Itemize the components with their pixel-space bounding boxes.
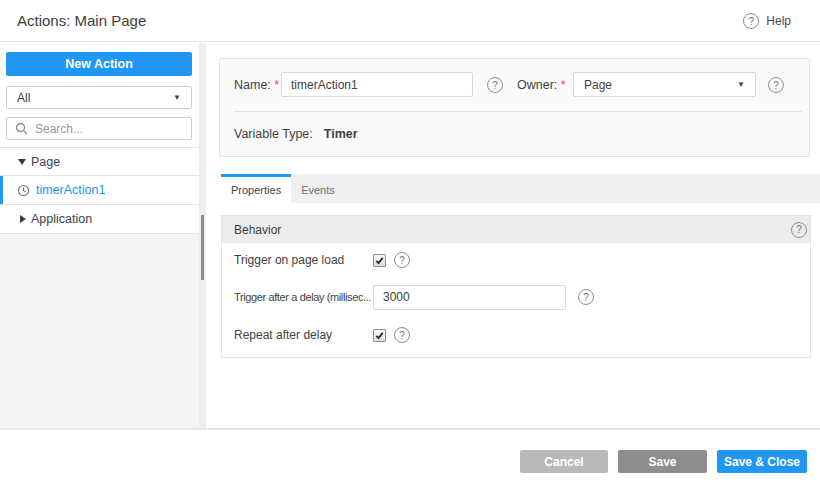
tab-properties[interactable]: Properties	[221, 174, 291, 203]
behavior-row-repeat: Repeat after delay ?	[234, 322, 800, 348]
tree-item-label: Application	[31, 212, 92, 226]
tree-item-label: timerAction1	[36, 183, 105, 197]
filter-value: All	[17, 91, 30, 105]
tree-item-label: Page	[31, 155, 60, 169]
name-label: Name: *	[234, 72, 279, 98]
chevron-down-icon: ▼	[173, 93, 181, 102]
save-button[interactable]: Save	[618, 450, 707, 473]
behavior-title: Behavior	[234, 223, 281, 237]
behavior-header: Behavior ?	[222, 216, 810, 243]
collapse-icon	[18, 159, 26, 165]
name-help-icon[interactable]: ?	[487, 77, 503, 93]
delay-input[interactable]	[373, 285, 566, 310]
selected-indicator	[0, 176, 3, 204]
footer: Cancel Save Save & Close	[0, 430, 820, 489]
expand-icon	[20, 215, 26, 223]
behavior-row-trigger-on-load: Trigger on page load ?	[234, 247, 800, 273]
variable-type-label: Variable Type:	[234, 127, 313, 141]
form-row-name-owner: Name: * ? Owner: * Page ▼ ?	[220, 72, 809, 98]
required-asterisk: *	[561, 78, 566, 92]
cancel-button[interactable]: Cancel	[520, 450, 608, 473]
action-form: Name: * ? Owner: * Page ▼ ? Variable Typ…	[219, 58, 810, 157]
actions-tree: Page timerAction1 Application	[0, 147, 199, 234]
main-panel: Name: * ? Owner: * Page ▼ ? Variable Typ…	[206, 43, 820, 428]
tab-events[interactable]: Events	[291, 174, 345, 203]
new-action-button[interactable]: New Action	[6, 52, 192, 76]
behavior-row-delay: Trigger after a delay (millisec... ?	[234, 284, 800, 310]
sidebar-scrollbar[interactable]	[199, 43, 206, 428]
delay-help-icon[interactable]: ?	[578, 289, 594, 305]
owner-value: Page	[584, 78, 612, 92]
sidebar-background	[0, 234, 199, 428]
help-label: Help	[766, 14, 791, 28]
help-button[interactable]: ? Help	[743, 0, 791, 42]
tree-item-timeraction1[interactable]: timerAction1	[0, 176, 199, 205]
help-icon: ?	[743, 13, 759, 29]
form-divider	[234, 111, 802, 112]
save-close-button[interactable]: Save & Close	[717, 450, 807, 473]
required-asterisk: *	[274, 78, 279, 92]
page-title: Actions: Main Page	[17, 0, 146, 42]
repeat-after-delay-checkbox[interactable]	[373, 329, 386, 342]
owner-select[interactable]: Page ▼	[573, 72, 756, 97]
owner-help-icon[interactable]: ?	[768, 77, 784, 93]
sidebar: New Action All ▼ Page timerAction1	[0, 43, 199, 428]
owner-label: Owner: *	[517, 72, 566, 98]
timer-icon	[17, 184, 30, 197]
behavior-section: Behavior ? Trigger on page load ? Trigge…	[221, 215, 811, 358]
chevron-down-icon: ▼	[737, 80, 745, 89]
search-icon	[15, 121, 28, 139]
variable-type-value: Timer	[324, 127, 358, 141]
search-input[interactable]	[6, 117, 192, 140]
scrollbar-thumb[interactable]	[201, 215, 204, 280]
search-box	[6, 117, 192, 140]
variable-type-row: Variable Type:Timer	[234, 127, 358, 141]
trigger-on-load-checkbox[interactable]	[373, 254, 386, 267]
repeat-help-icon[interactable]: ?	[394, 327, 410, 343]
filter-select[interactable]: All ▼	[6, 86, 192, 109]
tree-item-application[interactable]: Application	[0, 205, 199, 234]
tree-item-page[interactable]: Page	[0, 147, 199, 176]
actions-dialog: Actions: Main Page ? Help New Action All…	[0, 0, 820, 489]
dialog-header: Actions: Main Page ? Help	[0, 0, 820, 42]
tab-bar: Properties Events	[221, 174, 820, 203]
name-input[interactable]	[281, 72, 473, 97]
behavior-help-icon[interactable]: ?	[791, 222, 807, 238]
trigger-on-load-help-icon[interactable]: ?	[394, 252, 410, 268]
